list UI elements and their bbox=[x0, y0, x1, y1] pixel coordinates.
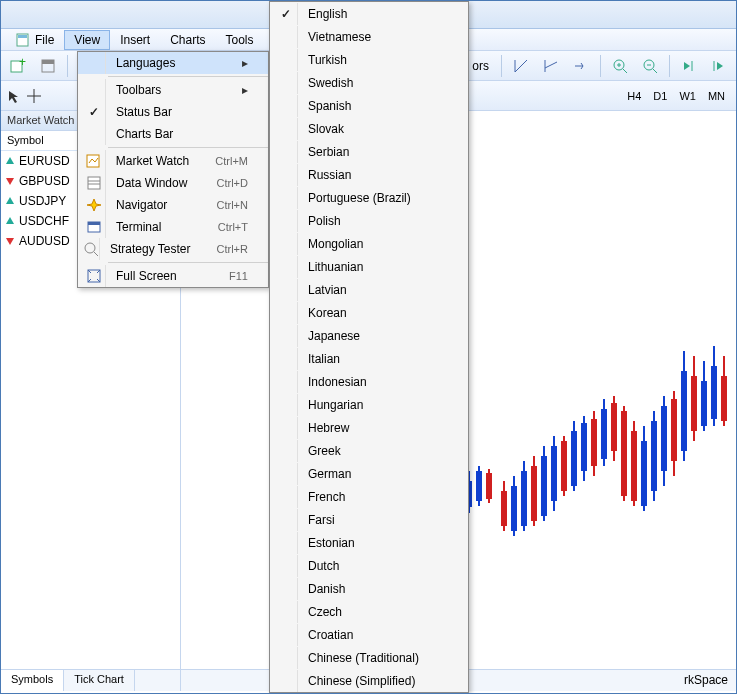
crosshair-button[interactable] bbox=[27, 89, 41, 103]
new-chart-button[interactable]: + bbox=[5, 54, 31, 78]
candle bbox=[561, 436, 567, 496]
blank-icon bbox=[274, 164, 298, 186]
language-label: Indonesian bbox=[308, 375, 448, 389]
menu-insert-label: Insert bbox=[120, 33, 150, 47]
language-option[interactable]: Farsi bbox=[270, 508, 468, 531]
menu-item-statusbar[interactable]: ✓ Status Bar bbox=[78, 101, 268, 123]
line-tool-button[interactable] bbox=[508, 54, 534, 78]
menu-file[interactable]: File bbox=[5, 29, 64, 51]
menu-item-label: Toolbars bbox=[116, 83, 221, 97]
market-watch-icon bbox=[82, 150, 106, 172]
down-arrow-icon bbox=[5, 236, 15, 246]
timeframe-button[interactable]: H4 bbox=[622, 87, 646, 105]
language-option[interactable]: Korean bbox=[270, 301, 468, 324]
menu-tools[interactable]: Tools bbox=[216, 30, 264, 50]
language-option[interactable]: Chinese (Traditional) bbox=[270, 646, 468, 669]
language-option[interactable]: Czech bbox=[270, 600, 468, 623]
chart-shift-button[interactable] bbox=[706, 54, 732, 78]
svg-point-27 bbox=[85, 243, 95, 253]
candle bbox=[681, 351, 687, 461]
timeframe-button[interactable]: D1 bbox=[648, 87, 672, 105]
symbol-label: AUDUSD bbox=[19, 234, 70, 248]
blank-icon bbox=[274, 509, 298, 531]
svg-rect-1 bbox=[18, 35, 27, 38]
blank-icon bbox=[274, 555, 298, 577]
language-option[interactable]: Turkish bbox=[270, 48, 468, 71]
menu-item-navigator[interactable]: Navigator Ctrl+N bbox=[78, 194, 268, 216]
menu-charts[interactable]: Charts bbox=[160, 30, 215, 50]
terminal-icon bbox=[82, 216, 106, 238]
blank-icon bbox=[274, 233, 298, 255]
language-option[interactable]: Slovak bbox=[270, 117, 468, 140]
language-option[interactable]: Croatian bbox=[270, 623, 468, 646]
language-option[interactable]: Hebrew bbox=[270, 416, 468, 439]
language-option[interactable]: Greek bbox=[270, 439, 468, 462]
shortcut-label: Ctrl+M bbox=[195, 155, 248, 167]
menu-item-toolbars[interactable]: Toolbars ▸ bbox=[78, 79, 268, 101]
language-option[interactable]: Latvian bbox=[270, 278, 468, 301]
language-label: Italian bbox=[308, 352, 448, 366]
svg-line-15 bbox=[653, 69, 657, 73]
svg-rect-21 bbox=[87, 155, 99, 167]
menu-item-terminal[interactable]: Terminal Ctrl+T bbox=[78, 216, 268, 238]
language-option[interactable]: Swedish bbox=[270, 71, 468, 94]
language-label: Danish bbox=[308, 582, 448, 596]
toolbar-text-fragment: ors bbox=[472, 59, 495, 73]
zoom-in-button[interactable] bbox=[607, 54, 633, 78]
language-option[interactable]: Russian bbox=[270, 163, 468, 186]
menu-view-label: View bbox=[74, 33, 100, 47]
timeframe-button[interactable]: MN bbox=[703, 87, 730, 105]
language-option[interactable]: Hungarian bbox=[270, 393, 468, 416]
language-option[interactable]: Polish bbox=[270, 209, 468, 232]
cursor-button[interactable] bbox=[7, 89, 21, 103]
language-option[interactable]: Serbian bbox=[270, 140, 468, 163]
navigator-icon bbox=[82, 194, 106, 216]
language-option[interactable]: Vietnamese bbox=[270, 25, 468, 48]
language-option[interactable]: Portuguese (Brazil) bbox=[270, 186, 468, 209]
blank-icon bbox=[274, 187, 298, 209]
language-label: Farsi bbox=[308, 513, 448, 527]
language-option[interactable]: Mongolian bbox=[270, 232, 468, 255]
language-option[interactable]: Indonesian bbox=[270, 370, 468, 393]
profiles-button[interactable] bbox=[35, 54, 61, 78]
language-label: Mongolian bbox=[308, 237, 448, 251]
menu-insert[interactable]: Insert bbox=[110, 30, 160, 50]
menu-item-marketwatch[interactable]: Market Watch Ctrl+M bbox=[78, 150, 268, 172]
language-option[interactable]: Estonian bbox=[270, 531, 468, 554]
blank-icon bbox=[274, 302, 298, 324]
menu-item-label: Strategy Tester bbox=[110, 242, 190, 256]
blank-icon bbox=[274, 394, 298, 416]
scroll-end-button[interactable] bbox=[676, 54, 702, 78]
menu-item-languages[interactable]: Languages ▸ bbox=[78, 52, 268, 74]
language-option[interactable]: Japanese bbox=[270, 324, 468, 347]
tab-tick-chart[interactable]: Tick Chart bbox=[64, 670, 135, 691]
language-option[interactable]: Spanish bbox=[270, 94, 468, 117]
language-option[interactable]: Dutch bbox=[270, 554, 468, 577]
timeframe-button[interactable]: W1 bbox=[674, 87, 701, 105]
language-option[interactable]: French bbox=[270, 485, 468, 508]
language-option[interactable]: Danish bbox=[270, 577, 468, 600]
tab-symbols[interactable]: Symbols bbox=[1, 670, 64, 691]
language-option[interactable]: Italian bbox=[270, 347, 468, 370]
menu-item-datawindow[interactable]: Data Window Ctrl+D bbox=[78, 172, 268, 194]
line-tool-2-button[interactable] bbox=[538, 54, 564, 78]
language-option[interactable]: Chinese (Simplified) bbox=[270, 669, 468, 692]
menu-item-chartsbar[interactable]: Charts Bar bbox=[78, 123, 268, 145]
language-option[interactable]: Lithuanian bbox=[270, 255, 468, 278]
candle bbox=[601, 399, 607, 466]
menu-view[interactable]: View bbox=[64, 30, 110, 50]
language-label: Spanish bbox=[308, 99, 448, 113]
menu-item-label: Status Bar bbox=[116, 105, 248, 119]
blank-icon bbox=[274, 348, 298, 370]
language-option[interactable]: German bbox=[270, 462, 468, 485]
menu-item-label: Languages bbox=[116, 56, 221, 70]
menu-item-strategy[interactable]: Strategy Tester Ctrl+R bbox=[78, 238, 268, 260]
zoom-out-button[interactable] bbox=[637, 54, 663, 78]
menu-item-fullscreen[interactable]: Full Screen F11 bbox=[78, 265, 268, 287]
blank-icon bbox=[274, 95, 298, 117]
blank-icon bbox=[274, 72, 298, 94]
candle bbox=[501, 481, 507, 531]
shift-tool-button[interactable] bbox=[568, 54, 594, 78]
symbol-label: GBPUSD bbox=[19, 174, 70, 188]
language-option[interactable]: ✓English bbox=[270, 2, 468, 25]
